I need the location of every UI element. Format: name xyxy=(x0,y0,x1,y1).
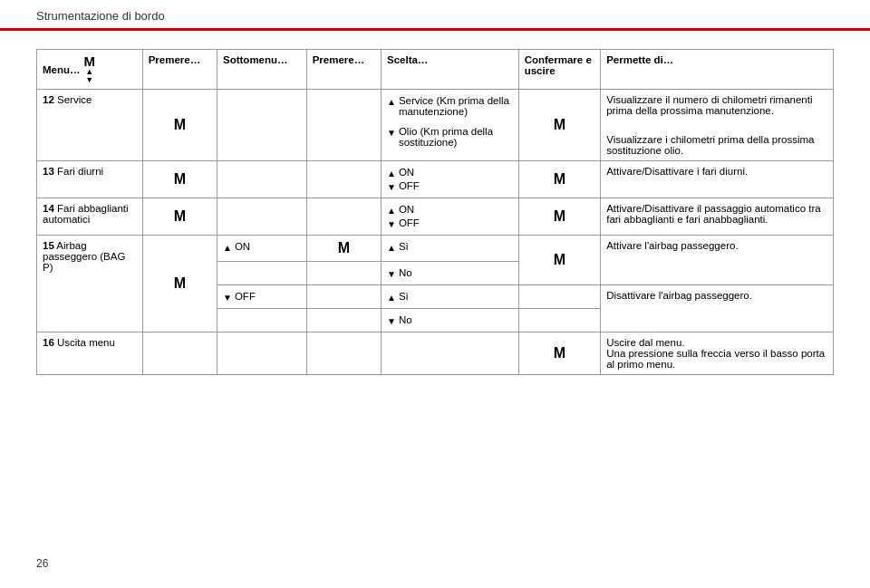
page-content: Menu… M ▲ ▼ Premere… Sottomenu… Premere…… xyxy=(0,49,870,375)
confermare-cell: M xyxy=(518,333,601,375)
sottomenu-cell xyxy=(218,333,307,375)
premere2-cell xyxy=(306,333,381,375)
premere-cell: M xyxy=(142,161,217,198)
col-header-confermare: Confermare e uscire xyxy=(518,50,601,90)
menu-cell: 14 Fari abbaglianti automatici xyxy=(37,198,143,236)
col-header-premere2: Premere… xyxy=(306,50,381,90)
scelta-cell: ▲ ON ▼ OFF xyxy=(381,198,518,236)
premere2-cell xyxy=(306,90,381,161)
confermare-cell: M xyxy=(518,161,601,198)
premere2-cell xyxy=(306,262,381,285)
sottomenu-cell: ▲ ON xyxy=(218,236,307,262)
permette-cell: Attivare l'airbag passeggero. xyxy=(601,236,834,285)
scelta-cell: ▲ Sì xyxy=(381,285,518,309)
premere-cell: M xyxy=(142,236,217,333)
permette-cell: Attivare/Disattivare i fari diurni. xyxy=(601,161,834,198)
col-header-scelta: Scelta… xyxy=(381,50,518,90)
main-table: Menu… M ▲ ▼ Premere… Sottomenu… Premere…… xyxy=(36,49,834,375)
menu-cell: 13 Fari diurni xyxy=(37,161,143,198)
scelta-cell: ▲ Sì xyxy=(381,236,518,262)
permette-cell: Attivare/Disattivare il passaggio automa… xyxy=(601,198,834,236)
premere2-cell xyxy=(306,285,381,309)
table-row: 12 Service M ▲ Service (Km prima della m… xyxy=(37,90,834,161)
table-row: 13 Fari diurni M ▲ ON ▼ OFF xyxy=(37,161,834,198)
table-row: 15 Airbag passeggero (BAG P) M ▲ ON M ▲ … xyxy=(37,236,834,262)
scelta-cell: ▼ No xyxy=(381,262,518,285)
page-number: 26 xyxy=(36,557,48,570)
col-header-premere1: Premere… xyxy=(142,50,217,90)
sottomenu-cell xyxy=(218,161,307,198)
confermare-cell: M xyxy=(518,236,601,285)
permette-cell: Uscire dal menu.Una pressione sulla frec… xyxy=(601,333,834,375)
permette-cell: Visualizzare il numero di chilometri rim… xyxy=(601,90,834,161)
table-row: 16 Uscita menu M Uscire dal menu.Una pre… xyxy=(37,333,834,375)
col-header-sottomenu: Sottomenu… xyxy=(218,50,307,90)
premere-cell: M xyxy=(142,90,217,161)
header-title: Strumentazione di bordo xyxy=(36,9,165,23)
scelta-cell xyxy=(381,333,518,375)
premere2-cell xyxy=(306,198,381,236)
page-header: Strumentazione di bordo xyxy=(0,0,870,31)
premere-cell xyxy=(142,333,217,375)
table-row: 14 Fari abbaglianti automatici M ▲ ON ▼ … xyxy=(37,198,834,236)
scelta-cell: ▲ Service (Km prima della manutenzione) … xyxy=(381,90,518,161)
menu-cell: 15 Airbag passeggero (BAG P) xyxy=(37,236,143,333)
sottomenu-cell xyxy=(218,309,307,333)
confermare-cell xyxy=(518,285,601,309)
sottomenu-cell: ▼ OFF xyxy=(218,285,307,309)
scelta-cell: ▲ ON ▼ OFF xyxy=(381,161,518,198)
permette-cell: Disattivare l'airbag passeggero. xyxy=(601,285,834,333)
premere2-cell xyxy=(306,161,381,198)
confermare-cell xyxy=(518,309,601,333)
menu-cell: 16 Uscita menu xyxy=(37,333,143,375)
col-header-menu: Menu… M ▲ ▼ xyxy=(37,50,143,90)
scelta-cell: ▼ No xyxy=(381,309,518,333)
premere2-cell xyxy=(306,309,381,333)
premere-cell: M xyxy=(142,198,217,236)
premere2-cell: M xyxy=(306,236,381,262)
menu-cell: 12 Service xyxy=(37,90,143,161)
sottomenu-cell xyxy=(218,198,307,236)
sottomenu-cell xyxy=(218,262,307,285)
sottomenu-cell xyxy=(218,90,307,161)
col-header-permette: Permette di… xyxy=(601,50,834,90)
confermare-cell: M xyxy=(518,90,601,161)
confermare-cell: M xyxy=(518,198,601,236)
